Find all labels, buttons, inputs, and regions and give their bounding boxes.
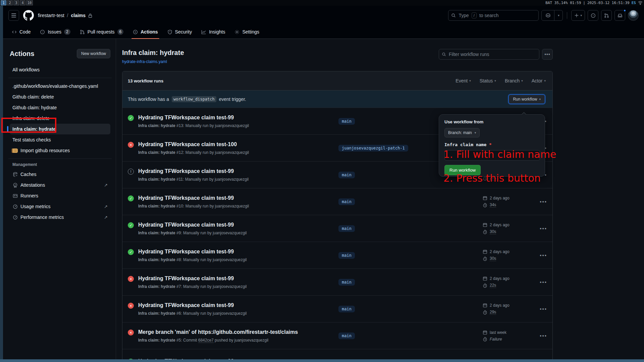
branch-badge[interactable]: main	[338, 359, 355, 360]
workflow-file-link[interactable]: hydrate-infra-claims.yaml	[122, 59, 167, 64]
run-status-icon	[128, 142, 134, 148]
run-options-button[interactable]: •••	[540, 226, 547, 231]
workflow-run-row[interactable]: Hydrating TFWorkspace claim test-99 main…	[122, 349, 552, 359]
run-workflow-dropdown-button[interactable]: Run workflow▾	[508, 95, 545, 104]
run-options-button[interactable]: •••	[540, 199, 547, 204]
tab-insights[interactable]: Insights	[198, 25, 228, 39]
branch-badge[interactable]: main	[338, 118, 355, 125]
branch-badge[interactable]: main	[338, 306, 355, 312]
run-title-link[interactable]: Hydrating TFWorkspace claim test-100	[138, 141, 237, 147]
sidebar-item-evaluate-changes[interactable]: .github/workflows/evaluate-changes.yaml	[10, 81, 110, 92]
run-workflow-dropdown-panel: Use workflow from Branch: main▾ Infra cl…	[439, 114, 545, 177]
global-search-input[interactable]: Type / to search	[448, 10, 539, 21]
workspace-2[interactable]: 2	[7, 0, 13, 5]
tab-settings[interactable]: Settings	[231, 25, 263, 39]
new-workflow-button[interactable]: New workflow	[77, 49, 110, 58]
main-content: Infra claim: hydrate hydrate-infra-claim…	[116, 39, 644, 359]
create-new-button[interactable]: ▾	[571, 10, 585, 21]
browser-viewport: firestartr-test / claims Type / to searc…	[3, 6, 644, 359]
run-options-button[interactable]: •••	[540, 333, 547, 339]
copilot-button[interactable]: ▾	[541, 10, 563, 21]
sidebar-item-infra-claim-hydrate[interactable]: Infra claim: hydrate	[10, 124, 110, 134]
branch-badge[interactable]: main	[338, 252, 355, 259]
search-placeholder-prefix: Type	[459, 13, 469, 18]
run-title-link[interactable]: Hydrating TFWorkspace claim test-99	[138, 276, 234, 281]
repo-name-link[interactable]: claims	[71, 13, 86, 18]
workflow-run-row[interactable]: Hydrating TFWorkspace claim test-99 Infr…	[122, 295, 552, 322]
branch-badge[interactable]: juanjosevazquezgil-patch-1	[338, 145, 408, 152]
workspace-3[interactable]: 3	[13, 0, 19, 5]
branch-badge[interactable]: main	[338, 172, 355, 178]
claim-name-input[interactable]	[444, 150, 540, 161]
workflow-run-row[interactable]: Hydrating TFWorkspace claim test-99 Infr…	[122, 268, 552, 295]
tab-pull-requests[interactable]: Pull requests6	[76, 25, 127, 39]
workspace-10[interactable]: 10	[26, 0, 33, 5]
commit-link[interactable]: 6842ce7	[198, 338, 214, 343]
tab-code[interactable]: Code	[8, 25, 34, 39]
user-avatar[interactable]	[628, 10, 639, 21]
sidebar-item-all-workflows[interactable]: All workflows	[10, 64, 110, 75]
stopwatch-icon	[483, 310, 487, 315]
copilot-dropdown-caret[interactable]: ▾	[554, 10, 562, 20]
workflow-options-button[interactable]: •••	[542, 49, 553, 60]
github-logo-icon[interactable]	[23, 10, 34, 21]
tab-actions[interactable]: Actions	[129, 25, 161, 39]
tab-security[interactable]: Security	[164, 25, 196, 39]
hamburger-menu-button[interactable]	[8, 10, 19, 21]
tab-issues[interactable]: Issues2	[37, 25, 73, 39]
filter-actor-dropdown[interactable]: Actor▾	[532, 78, 546, 83]
run-title-link[interactable]: Hydrating TFWorkspace claim test-99	[138, 358, 234, 359]
run-title-link[interactable]: Hydrating TFWorkspace claim test-99	[138, 115, 234, 120]
run-options-button[interactable]: •••	[540, 252, 547, 258]
issues-header-button[interactable]	[588, 10, 598, 21]
sidebar-item-caches[interactable]: Caches	[10, 169, 110, 180]
run-status-icon	[128, 359, 134, 359]
sidebar-item-infra-claim-delete[interactable]: Infra claim: delete	[10, 113, 110, 124]
filter-event-dropdown[interactable]: Event▾	[455, 78, 471, 83]
run-title-link[interactable]: Hydrating TFWorkspace claim test-99	[138, 222, 234, 228]
run-status-icon	[128, 115, 134, 121]
run-title-link[interactable]: Hydrating TFWorkspace claim test-99	[138, 195, 234, 201]
branch-badge[interactable]: main	[338, 333, 355, 339]
hamburger-icon	[11, 13, 16, 17]
search-placeholder-suffix: to search	[479, 13, 499, 18]
run-title-link[interactable]: Merge branch 'main' of https://github.co…	[138, 329, 298, 335]
branch-badge[interactable]: main	[338, 279, 355, 286]
run-options-button[interactable]: •••	[540, 306, 547, 312]
workflow-run-row[interactable]: Hydrating TFWorkspace claim test-99 Infr…	[122, 215, 552, 242]
filter-branch-dropdown[interactable]: Branch▾	[505, 78, 523, 83]
sidebar-item-usage-metrics[interactable]: Usage metrics ↗	[10, 201, 110, 212]
sidebar-item-import-github-resources[interactable]: Import github resources	[10, 145, 110, 156]
sidebar-item-github-claim-delete[interactable]: Github claim: delete	[10, 92, 110, 102]
repo-owner-link[interactable]: firestartr-test	[38, 13, 64, 18]
sidebar-item-attestations[interactable]: Attestations ↗	[10, 180, 110, 190]
branch-badge[interactable]: main	[338, 225, 355, 232]
sidebar-item-test-status-checks[interactable]: Test status checks	[10, 134, 110, 145]
sidebar-item-performance-metrics[interactable]: Performance metrics ↗	[10, 212, 110, 223]
filter-workflow-runs-input[interactable]	[449, 52, 536, 57]
branch-badge[interactable]: main	[338, 198, 355, 205]
workflow-run-row[interactable]: Hydrating TFWorkspace claim test-99 Infr…	[122, 188, 552, 215]
pull-requests-header-button[interactable]	[601, 10, 612, 21]
run-options-button[interactable]: •••	[540, 279, 547, 285]
issue-opened-icon	[591, 13, 596, 18]
workflow-run-row[interactable]: Merge branch 'main' of https://github.co…	[122, 322, 552, 349]
run-title-link[interactable]: Hydrating TFWorkspace claim test-99	[138, 249, 234, 254]
code-icon	[12, 29, 17, 35]
workflow-run-row[interactable]: Hydrating TFWorkspace claim test-99 Infr…	[122, 242, 552, 268]
sidebar-item-runners[interactable]: Runners	[10, 190, 110, 201]
filter-status-dropdown[interactable]: Status▾	[480, 78, 496, 83]
filter-workflow-runs-box	[439, 49, 539, 60]
external-link-icon: ↗	[104, 204, 108, 209]
workspace-1[interactable]: 1	[1, 0, 6, 5]
run-title-link[interactable]: Hydrating TFWorkspace claim test-99	[138, 302, 234, 308]
performance-metrics-icon	[12, 215, 18, 220]
sidebar-item-github-claim-hydrate[interactable]: Github claim: hydrate	[10, 102, 110, 113]
breadcrumb: firestartr-test / claims	[38, 13, 92, 18]
workspace-4[interactable]: 4	[20, 0, 25, 5]
external-link-icon: ↗	[104, 215, 108, 220]
run-title-link[interactable]: Hydrating TFWorkspace claim test-99	[138, 168, 234, 174]
branch-select-button[interactable]: Branch: main▾	[444, 128, 480, 137]
run-subtitle: Infra claim: hydrate #6: Manually run by…	[138, 311, 247, 316]
run-workflow-submit-button[interactable]: Run workflow	[444, 165, 481, 175]
